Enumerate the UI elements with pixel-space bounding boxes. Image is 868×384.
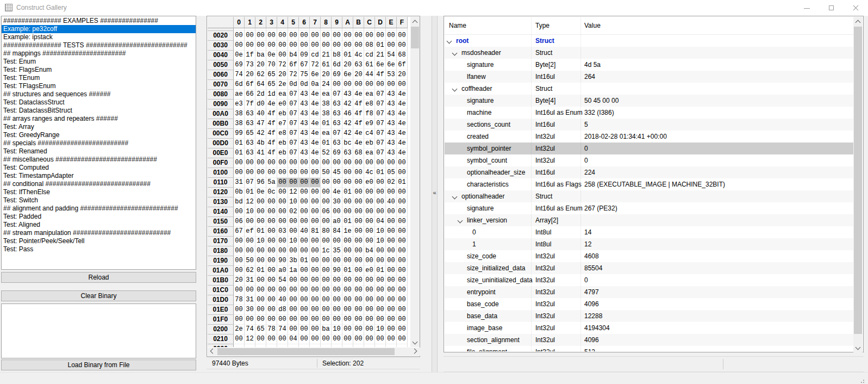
hex-byte-cell[interactable]: e7 [277,119,288,129]
hex-byte-cell[interactable]: 00 [386,227,397,237]
hex-byte-cell[interactable]: 00 [364,325,375,335]
hex-byte-cell[interactable]: 00 [332,286,342,295]
hex-byte-cell[interactable]: bd [234,197,245,207]
column-header-type[interactable]: Type [535,22,549,29]
hex-byte-cell[interactable]: 00 [342,197,353,207]
hex-byte-cell[interactable]: 00 [375,197,386,207]
hex-byte-cell[interactable]: 4f [353,119,364,129]
reload-button[interactable]: Reload [1,272,196,283]
hex-byte-cell[interactable]: a0 [332,217,342,227]
hex-byte-cell[interactable]: 00 [364,256,375,266]
hex-byte-cell[interactable]: 00 [353,168,364,178]
hex-byte-cell[interactable]: 10 [375,325,386,335]
hex-byte-cell[interactable]: cd [364,51,375,60]
hex-byte-cell[interactable]: 00 [332,158,342,168]
hex-byte-cell[interactable]: 4e [397,148,408,158]
hex-byte-cell[interactable]: 41 [255,148,266,158]
hex-byte-cell[interactable]: 00 [255,335,266,344]
hex-byte-cell[interactable]: 00 [321,178,332,188]
hex-byte-cell[interactable]: 69 [332,148,342,158]
hex-byte-cell[interactable]: 90 [332,266,342,276]
hex-byte-cell[interactable]: 00 [386,305,397,315]
hex-byte-cell[interactable]: 20 [397,70,408,80]
hex-byte-cell[interactable]: 00 [299,246,310,256]
hex-byte-cell[interactable]: 4e [397,119,408,129]
hex-byte-cell[interactable]: 00 [234,41,245,51]
hex-byte-cell[interactable]: 00 [364,158,375,168]
hex-byte-cell[interactable]: 54 [386,51,397,60]
hex-byte-cell[interactable]: 4f [266,129,277,139]
hex-byte-cell[interactable] [321,344,332,347]
hex-byte-cell[interactable]: 4f [266,109,277,119]
hex-byte-cell[interactable]: 00 [266,217,277,227]
hex-byte-cell[interactable]: e9 [364,119,375,129]
hex-byte-cell[interactable]: 10 [332,325,342,335]
hex-byte-cell[interactable] [234,344,245,347]
hex-byte-cell[interactable]: 01 [299,256,310,266]
hex-byte-cell[interactable]: 00 [310,31,321,41]
hex-byte-cell[interactable]: 00 [321,197,332,207]
hex-byte-cell[interactable]: 00 [288,315,299,325]
hex-byte-cell[interactable]: 4f [353,100,364,109]
hex-byte-cell[interactable]: 00 [397,227,408,237]
list-item[interactable]: ## structures and sequences ###### [2,90,196,98]
tree-row[interactable]: optionalheader_sizeInt16ul224 [445,166,853,178]
hex-byte-cell[interactable]: 4e [310,90,321,100]
hex-byte-cell[interactable]: 99 [234,129,245,139]
scroll-up-button[interactable] [853,17,863,26]
hex-byte-cell[interactable]: 65 [266,70,277,80]
hex-byte-cell[interactable]: 72 [288,70,299,80]
hex-byte-cell[interactable]: 00 [342,276,353,286]
hex-byte-cell[interactable]: 4e [310,119,321,129]
hex-byte-cell[interactable]: d8 [277,305,288,315]
hex-byte-cell[interactable]: 00 [364,286,375,295]
hex-byte-cell[interactable]: 05 [386,168,397,178]
tree-row[interactable]: signatureInt16ul as Enum267 (PE32) [445,202,853,214]
tree-row[interactable]: rootStruct [445,35,853,47]
scroll-down-button[interactable] [410,338,420,347]
hex-byte-cell[interactable]: 00 [277,246,288,256]
hex-byte-cell[interactable]: 00 [288,168,299,178]
hex-byte-cell[interactable]: 63 [245,109,255,119]
scrollbar-thumb[interactable] [411,27,419,48]
hex-byte-cell[interactable]: 00 [364,217,375,227]
hex-byte-cell[interactable]: 6d [234,80,245,90]
hex-byte-cell[interactable]: 4e [353,90,364,100]
hex-byte-cell[interactable]: 00 [332,237,342,246]
hex-byte-cell[interactable]: 07 [375,148,386,158]
hex-byte-cell[interactable]: 00 [255,207,266,217]
hex-byte-cell[interactable]: 00 [245,237,255,246]
scroll-down-button[interactable] [853,343,863,352]
hex-byte-cell[interactable]: 00 [266,256,277,266]
load-binary-button[interactable]: Load Binary from File [1,360,196,370]
hex-byte-cell[interactable]: 6e [342,70,353,80]
hex-byte-cell[interactable]: 42 [342,129,353,139]
hex-byte-cell[interactable]: 00 [386,31,397,41]
hex-byte-cell[interactable] [364,344,375,347]
hex-byte-cell[interactable]: 00 [310,207,321,217]
list-item[interactable]: Test: TFlagsEnum [2,82,196,90]
chevron-down-icon[interactable] [452,86,458,92]
hex-byte-cell[interactable]: 00 [234,207,245,217]
hex-byte-cell[interactable]: 00 [386,256,397,266]
hex-byte-cell[interactable]: 00 [299,266,310,276]
hex-byte-cell[interactable]: 00 [353,207,364,217]
hex-byte-cell[interactable]: 78 [266,325,277,335]
hex-byte-cell[interactable]: 00 [310,168,321,178]
hex-byte-cell[interactable]: 00 [342,41,353,51]
hex-byte-cell[interactable]: 00 [288,41,299,51]
hex-byte-cell[interactable]: 67 [234,227,245,237]
hex-byte-cell[interactable]: 01 [321,139,332,148]
hex-byte-cell[interactable]: 96 [255,178,266,188]
hex-byte-cell[interactable]: 00 [245,168,255,178]
hex-byte-cell[interactable]: 09 [299,51,310,60]
hex-byte-cell[interactable]: 0d [299,80,310,90]
hex-byte-cell[interactable]: 1a [288,266,299,276]
hex-byte-cell[interactable]: 35 [332,246,342,256]
hex-byte-cell[interactable]: 00 [364,31,375,41]
hex-byte-cell[interactable]: 00 [375,335,386,344]
hex-byte-cell[interactable]: 0a [310,80,321,90]
hex-byte-cell[interactable]: 00 [321,237,332,246]
list-item[interactable]: ## miscellaneous #######################… [2,156,196,164]
list-item[interactable]: Test: Switch [2,196,196,205]
